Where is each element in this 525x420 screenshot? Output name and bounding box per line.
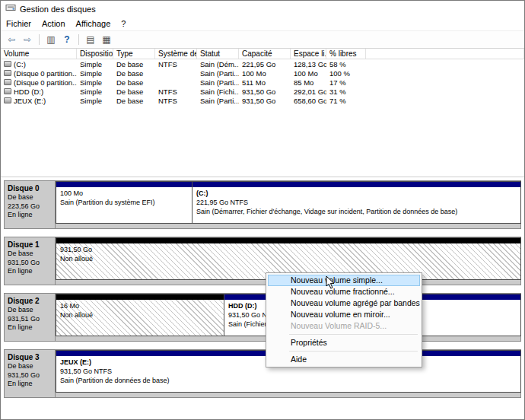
volume-cell: (Disque 0 partition...: [1, 68, 77, 78]
volume-icon: [4, 79, 11, 85]
freespace-cell: 85 Mo: [291, 78, 326, 87]
region-c[interactable]: (C:) 221,95 Go NTFS Sain (Démarrer, Fich…: [192, 181, 521, 224]
col-volume[interactable]: Volume: [1, 49, 77, 59]
disk-size: 223,56 Go: [8, 202, 52, 212]
type-cell: De base: [113, 96, 155, 105]
menu-item-nouveau-volume-miroir[interactable]: Nouveau volume en miroir...: [268, 309, 420, 320]
window-title: Gestion des disques: [20, 5, 96, 14]
disk-label-1[interactable]: Disque 1 De base 931,50 Go En ligne: [5, 237, 56, 285]
properties-button[interactable]: ▤: [83, 32, 98, 47]
volume-row-efi[interactable]: (Disque 0 partition... Simple De base Sa…: [1, 68, 524, 78]
toolbar: ⇦ ⇨ ▥ ? ▤ ▦: [1, 30, 524, 49]
region-status: Sain (Partition de données de base): [60, 376, 517, 385]
volume-name: (C:): [14, 60, 26, 68]
volume-icon: [4, 61, 11, 67]
freepct-cell: 31 %: [326, 87, 366, 96]
freespace-cell: 100 Mo: [291, 68, 326, 78]
volume-cell: (C:): [1, 59, 77, 68]
disk-size: 931,50 Go: [8, 371, 52, 380]
region-status: Non alloué: [60, 254, 517, 263]
status-cell: Sain (Dém...: [197, 59, 239, 68]
menu-item-nouveau-volume-agrege[interactable]: Nouveau volume agrégé par bandes...: [268, 298, 420, 309]
view-button[interactable]: ▦: [99, 32, 114, 47]
disk-row-0: Disque 0 De base 223,56 Go En ligne 100 …: [4, 180, 521, 229]
disk-status: En ligne: [8, 267, 52, 276]
col-type[interactable]: Type: [113, 49, 155, 59]
unallocated-color-bar: [56, 238, 520, 243]
volume-row-c[interactable]: (C:) Simple De base NTFS Sain (Dém... 22…: [1, 59, 524, 68]
disk-name: Disque 1: [8, 240, 52, 250]
volume-name: HDD (D:): [14, 88, 43, 96]
freepct-cell: 71 %: [326, 96, 366, 105]
mouse-cursor-icon: [326, 275, 336, 293]
region-efi[interactable]: 100 Mo Sain (Partition du système EFI): [56, 181, 192, 224]
menu-item-nouveau-volume-simple[interactable]: Nouveau volume simple...: [268, 275, 420, 286]
col-pct-libres[interactable]: % libres: [326, 49, 366, 59]
help-button[interactable]: ?: [59, 32, 75, 47]
disk-type: De base: [8, 193, 52, 202]
unallocated-color-bar: [56, 294, 224, 300]
disk-size: 931,50 Go: [8, 259, 52, 268]
disk-label-3[interactable]: Disque 3 De base 931,50 Go En ligne: [5, 350, 56, 397]
disk-type: De base: [8, 362, 52, 371]
volume-row-hdd-d[interactable]: HDD (D:) Simple De base NTFS Sain (Fichi…: [1, 87, 524, 96]
type-cell: De base: [113, 59, 155, 68]
col-capacite[interactable]: Capacité: [239, 49, 291, 59]
partition-color-bar: [56, 182, 192, 187]
volume-list-header: Volume Disposition Type Système de... St…: [1, 49, 524, 59]
filesystem-cell: [155, 68, 197, 78]
menu-affichage[interactable]: Affichage: [71, 18, 116, 30]
volume-row-recovery[interactable]: (Disque 0 partition... Simple De base Sa…: [1, 78, 524, 87]
freepct-cell: 100 %: [326, 68, 366, 78]
menu-fichier[interactable]: Fichier: [1, 18, 37, 30]
volume-icon: [4, 70, 11, 76]
freespace-cell: 658,60 Go: [291, 96, 326, 105]
menu-aide[interactable]: ?: [116, 18, 131, 30]
menu-action[interactable]: Action: [37, 18, 71, 30]
volume-name: JEUX (E:): [14, 97, 46, 105]
region-status: Non alloué: [60, 310, 220, 320]
region-unallocated-disk2[interactable]: 16 Mo Non alloué: [56, 294, 224, 336]
volume-icon: [4, 88, 11, 94]
partition-color-bar: [192, 182, 520, 187]
disk-name: Disque 0: [8, 183, 52, 193]
disposition-cell: Simple: [77, 87, 113, 96]
volume-name: (Disque 0 partition...: [14, 78, 77, 87]
menu-item-nouveau-volume-fractionne[interactable]: Nouveau volume fractionné...: [268, 286, 420, 298]
capacity-cell: 931,50 Go: [239, 87, 291, 96]
col-disposition[interactable]: Disposition: [77, 49, 113, 59]
type-cell: De base: [113, 87, 155, 96]
status-cell: Sain (Parti...: [197, 78, 239, 87]
back-button[interactable]: ⇦: [4, 32, 19, 47]
disk-label-2[interactable]: Disque 2 De base 931,51 Go En ligne: [5, 294, 56, 341]
forward-icon: ⇨: [24, 34, 31, 45]
back-icon: ⇦: [8, 34, 15, 45]
titlebar: Gestion des disques: [1, 1, 524, 17]
disposition-cell: Simple: [77, 59, 113, 68]
toolbar-separator: [78, 34, 79, 45]
region-size: 100 Mo: [60, 189, 188, 198]
volume-row-jeux-e[interactable]: JEUX (E:) Simple De base NTFS Sain (Part…: [1, 96, 524, 105]
region-status: Sain (Partition du système EFI): [60, 198, 188, 207]
col-filesystem[interactable]: Système de...: [155, 49, 197, 59]
disk-name: Disque 2: [8, 296, 52, 306]
disposition-cell: Simple: [77, 96, 113, 105]
disposition-cell: Simple: [77, 68, 113, 78]
volume-cell: JEUX (E:): [1, 96, 77, 105]
col-statut[interactable]: Statut: [197, 49, 239, 59]
freespace-cell: 128,13 Go: [291, 59, 326, 68]
freepct-cell: 58 %: [326, 59, 366, 68]
volume-cell: HDD (D:): [1, 87, 77, 96]
region-size: 931,50 Go: [60, 245, 517, 254]
col-espace-libre[interactable]: Espace li...: [291, 49, 326, 59]
app-icon: [5, 2, 16, 16]
menu-item-proprietes[interactable]: Propriétés: [268, 337, 420, 348]
region-size: 221,95 Go NTFS: [196, 198, 517, 207]
forward-button[interactable]: ⇨: [20, 32, 35, 47]
disk-row-2: Disque 2 De base 931,51 Go En ligne 16 M…: [4, 293, 521, 342]
menu-item-aide[interactable]: Aide: [268, 354, 420, 365]
capacity-cell: 100 Mo: [239, 68, 291, 78]
disk-label-0[interactable]: Disque 0 De base 223,56 Go En ligne: [5, 181, 56, 228]
console-tree-button[interactable]: ▥: [43, 32, 59, 47]
region-size: 931,50 Go NTFS: [60, 367, 517, 376]
